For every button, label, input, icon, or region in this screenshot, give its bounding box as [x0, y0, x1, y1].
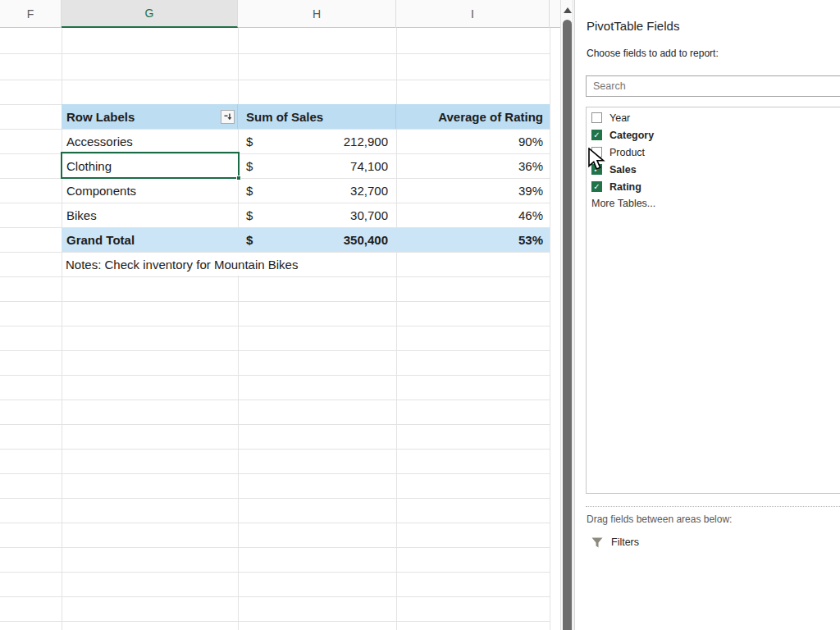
cell-rating[interactable]: 90% [396, 129, 550, 153]
cell-category[interactable]: Components [62, 178, 238, 203]
filters-area-label: Filters [611, 536, 639, 548]
checkbox-unchecked-icon[interactable] [591, 112, 602, 123]
pivot-header-sales-cell[interactable]: Sum of Sales [238, 104, 396, 129]
cell-text: Components [66, 184, 136, 198]
cell-text: 32,700 [350, 184, 388, 198]
cell-sales[interactable]: $30,700 [238, 203, 396, 227]
cell-text: 212,900 [344, 135, 388, 148]
cell-grand-total-sales[interactable]: $350,400 [238, 228, 396, 252]
field-label: Sales [609, 164, 637, 176]
column-header-I[interactable]: I [396, 0, 550, 28]
field-item-sales[interactable]: Sales [587, 161, 840, 178]
sum-of-sales-text: Sum of Sales [246, 110, 323, 124]
row-labels-filter-button[interactable] [221, 110, 235, 124]
currency-symbol: $ [246, 135, 253, 148]
currency-symbol: $ [246, 184, 253, 198]
more-tables-link[interactable]: More Tables... [591, 198, 655, 209]
pivot-header-row-labels-cell[interactable]: Row Labels [62, 104, 238, 129]
cell-text: 36% [518, 159, 543, 173]
pivot-row-components: Components $32,700 39% [62, 178, 550, 203]
spreadsheet-grid: F G H I Row Labels [0, 0, 560, 630]
row-labels-text: Row Labels [66, 110, 135, 124]
cell-text: Clothing [66, 159, 112, 173]
cell-rating[interactable]: 46% [396, 203, 550, 227]
gridline-vertical [550, 28, 550, 630]
column-letter: G [145, 7, 154, 20]
pivot-row-clothing: Clothing $74,100 36% [62, 153, 550, 178]
pane-title: PivotTable Fields [587, 19, 679, 33]
column-letter: I [471, 7, 474, 21]
scroll-up-arrow-icon[interactable] [564, 7, 572, 13]
column-letter: F [27, 7, 34, 21]
cell-text: 90% [518, 135, 543, 148]
cell-text: 30,700 [350, 208, 388, 222]
column-letter: H [313, 7, 321, 21]
checkbox-unchecked-icon[interactable] [591, 147, 602, 158]
cell-grand-total-rating[interactable]: 53% [396, 228, 550, 252]
cell-text: 46% [518, 208, 543, 222]
checkbox-checked-icon[interactable] [591, 130, 602, 140]
field-label: Year [609, 112, 630, 124]
field-item-product[interactable]: Product [587, 144, 840, 161]
column-header-F[interactable]: F [0, 0, 62, 28]
pane-divider [586, 506, 840, 507]
cell-sales[interactable]: $32,700 [238, 178, 396, 203]
cell-text: 39% [518, 184, 543, 198]
cell-text: 53% [518, 233, 543, 247]
field-item-rating[interactable]: Rating [587, 178, 840, 195]
column-header-G-selected[interactable]: G [62, 0, 238, 28]
column-header-strip: F G H I [0, 0, 560, 28]
average-of-rating-text: Average of Rating [438, 110, 543, 124]
notes-cell[interactable]: Notes: Check inventory for Mountain Bike… [62, 253, 395, 276]
filters-area-header: Filters [591, 536, 639, 548]
vertical-scrollbar[interactable] [560, 0, 573, 630]
filter-sort-icon [223, 112, 232, 121]
cell-rating[interactable]: 39% [396, 178, 550, 203]
cell-text: 350,400 [344, 233, 388, 247]
fields-search-input[interactable] [586, 75, 840, 97]
checkbox-checked-icon[interactable] [591, 181, 602, 192]
cell-category[interactable]: Bikes [62, 203, 238, 227]
pivot-row-accessories: Accessories $212,900 90% [62, 129, 550, 153]
field-label: Rating [609, 181, 641, 193]
field-item-year[interactable]: Year [587, 109, 840, 126]
pivottable-fields-pane: PivotTable Fields Choose fields to add t… [574, 0, 840, 630]
pivot-grand-total-row: Grand Total $350,400 53% [62, 227, 550, 252]
column-header-H[interactable]: H [238, 0, 396, 28]
scrollbar-thumb[interactable] [563, 20, 572, 630]
cell-text: Accessories [66, 135, 133, 148]
gridlines-horizontal [0, 28, 550, 105]
currency-symbol: $ [246, 233, 253, 247]
pivot-row-bikes: Bikes $30,700 46% [62, 203, 550, 227]
pane-subtitle: Choose fields to add to report: [587, 48, 719, 59]
notes-text: Notes: Check inventory for Mountain Bike… [66, 258, 298, 272]
pivot-header-rating-cell[interactable]: Average of Rating [396, 104, 550, 129]
field-label: Category [609, 130, 654, 141]
excel-window: F G H I Row Labels [0, 0, 840, 630]
cell-rating[interactable]: 36% [396, 153, 550, 178]
field-item-category[interactable]: Category [587, 126, 840, 144]
cell-category[interactable]: Accessories [62, 129, 238, 153]
currency-symbol: $ [246, 159, 253, 173]
drag-fields-hint: Drag fields between areas below: [587, 514, 732, 525]
currency-symbol: $ [246, 208, 253, 222]
filter-funnel-icon [591, 537, 603, 548]
cell-text: Bikes [66, 208, 97, 222]
cell-grand-total-label[interactable]: Grand Total [62, 228, 238, 252]
cell-text: 74,100 [350, 159, 388, 173]
cell-sales[interactable]: $74,100 [238, 153, 396, 178]
checkbox-checked-icon[interactable] [591, 164, 602, 175]
field-label: Product [609, 147, 645, 158]
cell-sales[interactable]: $212,900 [238, 129, 396, 153]
pivot-header-row: Row Labels Sum of Sales Average of Ratin… [62, 104, 550, 129]
cell-category-selected[interactable]: Clothing [62, 153, 238, 178]
field-list: Year Category Product Sales Rating More … [586, 107, 840, 494]
cell-text: Grand Total [66, 233, 135, 247]
